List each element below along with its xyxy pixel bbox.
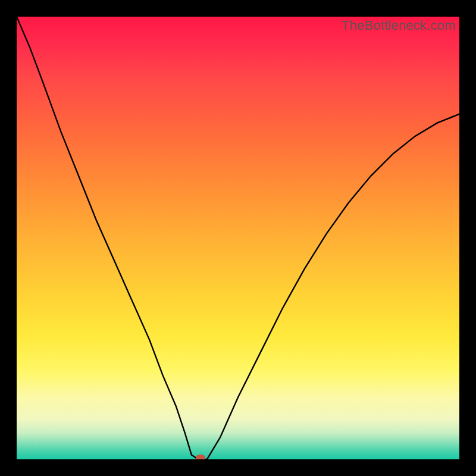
- chart-frame: TheBottleneck.com: [0, 0, 476, 476]
- plot-area: TheBottleneck.com: [17, 17, 459, 459]
- bottleneck-curve: [17, 17, 459, 459]
- curve-path: [17, 17, 459, 459]
- optimal-point-marker: [196, 455, 205, 459]
